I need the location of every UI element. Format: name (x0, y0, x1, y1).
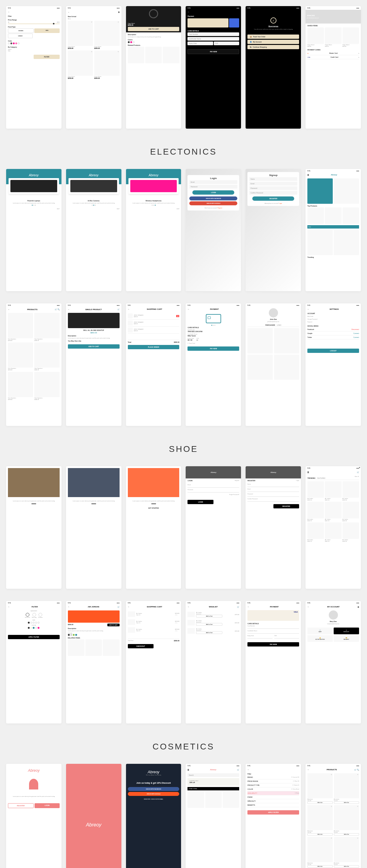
login-button[interactable]: LOGIN (188, 500, 213, 504)
heart-icon[interactable]: ♡ (118, 51, 119, 53)
add-to-cart-button[interactable]: ADD TO CART (107, 624, 119, 626)
cart-icon[interactable]: 🛒 🔍 (354, 769, 359, 771)
email-input[interactable] (188, 486, 239, 488)
add-to-cart-button[interactable]: ADD TO CART (128, 27, 179, 31)
heart-icon[interactable]: ♡ (91, 21, 92, 23)
card-number-input[interactable]: Card Number (188, 32, 239, 36)
menu-icon[interactable]: ☰ (307, 174, 309, 176)
price-slider[interactable] (8, 24, 60, 24)
register-link[interactable]: Register (218, 207, 222, 209)
connect-button[interactable]: Connect (353, 333, 359, 334)
email-register-link[interactable]: REGISTER / SIGN IN WITH EMAIL (128, 798, 179, 800)
cart-icon[interactable]: 🛒 (117, 606, 120, 608)
register-button[interactable]: REGISTER (274, 504, 299, 508)
edit-profile-link[interactable]: Edit Profile (307, 315, 359, 318)
cart-option[interactable]: 🛒CART (307, 627, 333, 634)
type-men[interactable]: MEN (34, 28, 59, 33)
email-input[interactable] (247, 490, 299, 492)
purchased-tab[interactable]: PURCHASED (265, 324, 275, 326)
cart-icon[interactable]: 🛒 🔍 (55, 308, 60, 310)
back-icon[interactable]: ← (247, 769, 249, 771)
confirm-password-input[interactable] (247, 499, 299, 502)
checkout-button[interactable]: CHECKOUT (128, 644, 153, 648)
wishlist-option[interactable]: ♥WISHLIST (334, 627, 359, 634)
back-icon[interactable]: ← (188, 308, 189, 310)
apply-filter-button[interactable]: APPLY FILTER (247, 810, 299, 814)
confirm-password-input[interactable]: Confirm Password (249, 191, 297, 195)
expiry-input[interactable] (247, 637, 272, 639)
back-icon[interactable]: ← (247, 606, 249, 608)
back-icon[interactable]: ← (307, 769, 309, 771)
name-input[interactable]: Name (249, 177, 297, 181)
apply-filter-button[interactable]: APPLY FILTER (8, 635, 60, 639)
back-icon[interactable]: ← (8, 606, 10, 608)
register-button[interactable]: REGISTER (252, 196, 294, 201)
cart-icon[interactable]: 🛒 (117, 308, 120, 310)
type-women[interactable]: WOMEN (8, 28, 34, 33)
back-icon[interactable]: ← (188, 606, 189, 608)
filter-button[interactable]: FILTER (34, 55, 59, 59)
facebook-button[interactable]: SIGN IN WITH FACEBOOK (128, 787, 179, 791)
liked-tab[interactable]: LIKED (277, 324, 281, 326)
login-button[interactable]: LOGIN (192, 190, 234, 195)
pay-now-button[interactable]: PAY NOW (188, 49, 239, 54)
disconnect-button[interactable]: Disconnect (351, 329, 359, 330)
back-icon[interactable]: ← (8, 309, 10, 310)
filter-button[interactable]: Filter (355, 476, 358, 477)
track-order-button[interactable]: 📦Track Your Order (247, 34, 299, 39)
featured-tab[interactable]: FEATURED (317, 477, 326, 479)
name-input[interactable] (247, 485, 299, 487)
cardholder-input[interactable] (247, 631, 299, 634)
skip-button[interactable]: SKIP (8, 208, 60, 210)
expiry-input[interactable]: Expiry Date (188, 41, 213, 45)
google-button[interactable]: SIGN IN WITH GOOGLE (128, 792, 179, 796)
pay-now-button[interactable]: PAY NOW (247, 642, 299, 647)
password-input[interactable]: Password (189, 185, 237, 188)
trending-tab[interactable]: TRENDING (307, 477, 315, 479)
cart-icon[interactable]: 🛒 (237, 769, 239, 771)
email-input[interactable]: Email (189, 180, 237, 184)
login-button[interactable]: LOGIN (34, 803, 60, 808)
product-card[interactable]: ♡ Origin Watch $200.00 (68, 51, 93, 79)
login-link[interactable]: Login (296, 480, 299, 482)
cvv-input[interactable]: CVV (214, 41, 239, 45)
cart-icon[interactable]: 🛒 (237, 606, 239, 608)
product-card[interactable]: ♡ Origin Watch $200.00 (68, 21, 93, 49)
csv-input[interactable] (274, 637, 299, 639)
logout-button[interactable]: LOGOUT (307, 349, 359, 353)
password-input[interactable]: Password (249, 186, 297, 190)
back-icon[interactable]: ← (307, 606, 309, 608)
heart-icon[interactable]: ♡ (91, 51, 92, 53)
continue-shopping-button[interactable]: 🛍Continue Shopping (247, 45, 299, 49)
back-icon[interactable]: ← (68, 309, 70, 310)
menu-icon[interactable]: ☰ (188, 769, 189, 771)
cart-icon[interactable]: 🛒 (357, 471, 359, 473)
back-icon[interactable]: ← (128, 308, 130, 310)
password-input[interactable] (247, 495, 299, 497)
change-password-link[interactable]: Change Password (307, 318, 359, 320)
settings-icon[interactable]: ⚙ (358, 606, 359, 608)
pay-now-button[interactable]: PAY NOW (188, 346, 239, 351)
search-input[interactable]: Search (188, 773, 239, 777)
type-unisex[interactable]: UNISEX (8, 34, 33, 38)
connect-button[interactable]: Connect (353, 336, 359, 338)
email-input[interactable]: Email (249, 182, 297, 185)
forgot-link[interactable]: Forgot Password? (188, 494, 239, 495)
back-icon[interactable]: ← (128, 606, 130, 608)
facebook-button[interactable]: SIGN IN WITH FACEBOOK (189, 196, 237, 200)
product-card[interactable]: ♡ Origin Watch $200.00 (94, 21, 119, 49)
register-button[interactable]: REGISTER (8, 803, 34, 808)
payment-option[interactable]: 💳PAYMENT (334, 635, 359, 642)
heart-icon[interactable]: ♡ (118, 21, 119, 23)
register-link[interactable]: Register (234, 480, 239, 482)
login-link[interactable]: Login (279, 203, 282, 204)
payment-link[interactable]: Payment (307, 320, 359, 323)
cardholder-input[interactable]: Cardholder Name (188, 37, 239, 41)
back-icon[interactable]: ← (307, 308, 309, 310)
my-account-button[interactable]: 👤My Account (247, 40, 299, 44)
skip-button[interactable]: SKIP (68, 208, 120, 210)
google-button[interactable]: SIGN IN WITH GOOGLE (189, 202, 237, 205)
product-card[interactable]: ♡ Origin Watch $200.00 (94, 51, 119, 79)
skip-button[interactable]: SKIP (128, 208, 179, 210)
add-to-cart-button[interactable]: ADD TO CART (68, 344, 120, 349)
